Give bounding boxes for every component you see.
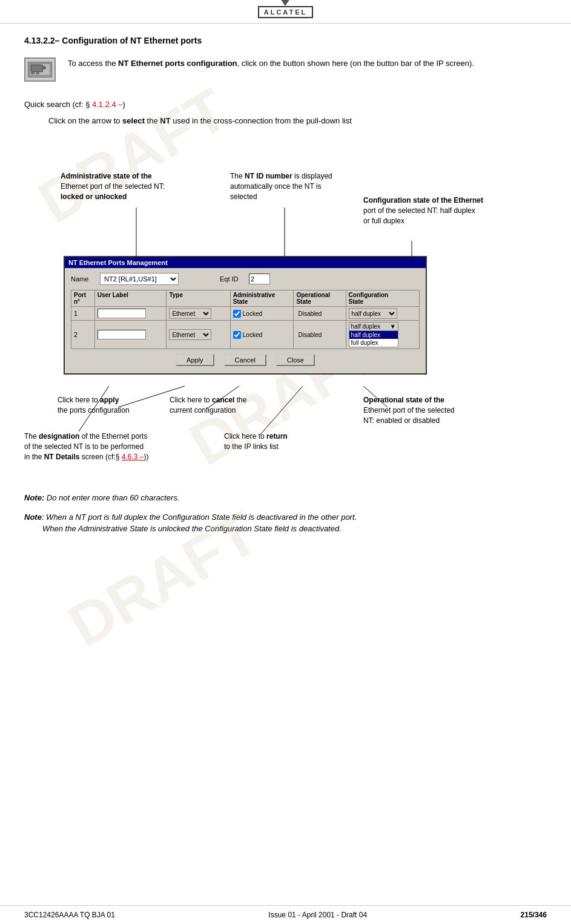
- annot-nt-id-body: automatically once the NT is: [230, 182, 351, 192]
- admin-checkbox-1[interactable]: [233, 310, 241, 318]
- annot-config-value: or full duplex: [363, 216, 484, 226]
- port-1: 1: [71, 307, 95, 321]
- footer-center: Issue 01 - April 2001 - Draft 04: [268, 911, 367, 919]
- annot-admin-title: Administrative state of the: [61, 172, 152, 180]
- section-title: 4.13.2.2– Configuration of NT Ethernet p…: [24, 36, 547, 45]
- note2-text2: When the Administrative State is unlocke…: [42, 524, 342, 533]
- nt-icon-inner: [28, 62, 52, 77]
- dropdown-option-half[interactable]: half duplex: [349, 331, 398, 339]
- alcatel-logo: ALCATEL: [258, 6, 314, 18]
- dialog-name-row: Name NT2 [RL#1,US#1] Eqt ID: [71, 273, 420, 285]
- th-port: Portn°: [71, 290, 95, 307]
- note1-text: Do not enter more than 60 characters.: [47, 493, 180, 502]
- annot-admin-value: locked or unlocked: [61, 192, 127, 201]
- admin-state-1: Locked: [230, 307, 294, 321]
- notes-section: Note: Do not enter more than 60 characte…: [24, 492, 547, 535]
- user-label-input-2[interactable]: [97, 330, 146, 339]
- logo-text: ALCATEL: [264, 8, 308, 16]
- intro-text: To access the NT Ethernet ports configur…: [68, 57, 547, 70]
- annot-admin-body: Ethernet port of the selected NT:: [61, 182, 182, 192]
- logo-triangle-icon: [280, 0, 290, 6]
- user-label-1: [94, 307, 167, 321]
- annot-nt-id-selected: selected: [230, 192, 351, 202]
- user-label-2: [94, 321, 167, 349]
- intro-row: To access the NT Ethernet ports configur…: [24, 57, 547, 82]
- type-select-2[interactable]: Ethernet: [169, 329, 211, 340]
- th-user-label: User Label: [94, 290, 167, 307]
- eqt-label: Eqt ID: [220, 275, 244, 283]
- annot-return-bold: return: [266, 432, 288, 441]
- annot-admin-state: Administrative state of the Ethernet por…: [61, 171, 182, 202]
- ports-table: Portn° User Label Type AdministrativeSta…: [71, 290, 420, 349]
- annot-cancel-body: current configuration: [170, 405, 279, 416]
- annot-apply: Click here to apply the ports configurat…: [58, 395, 167, 416]
- annot-return: Click here to return to the IP links lis…: [224, 431, 321, 452]
- annot-return-body: to the IP links list: [224, 442, 321, 452]
- annot-op-state: Operational state of the Ethernet port o…: [363, 395, 484, 425]
- type-1: Ethernet: [167, 307, 230, 321]
- dialog-title: NT Ethernet Ports Management: [68, 259, 168, 266]
- config-select-1[interactable]: half duplex full duplex: [349, 308, 397, 319]
- type-select-1[interactable]: Ethernet: [169, 308, 211, 319]
- config-dropdown-current: half duplex: [351, 323, 380, 330]
- note2-prefix: Note: [24, 513, 42, 522]
- logo-box: ALCATEL: [258, 6, 314, 18]
- type-2: Ethernet: [167, 321, 230, 349]
- op-state-text-2: Disabled: [296, 331, 323, 339]
- name-select[interactable]: NT2 [RL#1,US#1]: [100, 273, 179, 285]
- dialog-titlebar: NT Ethernet Ports Management: [65, 257, 426, 268]
- quick-search-label: Quick search (cf: §: [24, 100, 92, 109]
- page-content: 4.13.2.2– Configuration of NT Ethernet p…: [0, 24, 571, 554]
- admin-state-cell-1: Locked: [233, 310, 291, 318]
- config-state-1: half duplex full duplex: [346, 307, 419, 321]
- annot-desig-body2: in the NT Details screen (cf:§ 4.6.3 –)): [24, 452, 170, 462]
- config-state-2: half duplex ▼ half duplex full duplex: [346, 321, 419, 349]
- port-2: 2: [71, 321, 95, 349]
- table-row: 1 Ethernet Loc: [71, 307, 420, 321]
- dropdown-arrow-icon[interactable]: ▼: [390, 323, 396, 330]
- cancel-button[interactable]: Cancel: [224, 354, 266, 366]
- annot-op-title: Operational state of the: [363, 396, 444, 404]
- svg-rect-3: [31, 72, 35, 74]
- annot-config-title: Configuration state of the Ethernet: [363, 196, 483, 205]
- note-1: Note: Do not enter more than 60 characte…: [24, 492, 547, 504]
- note1-prefix: Note:: [24, 493, 47, 502]
- admin-state-2: Locked: [230, 321, 294, 349]
- op-state-text-1: Disabled: [296, 310, 323, 318]
- th-admin-state: AdministrativeState: [230, 290, 294, 307]
- annot-apply-bold: apply: [100, 396, 119, 404]
- annot-nt-id: The NT ID number is displayed automatica…: [230, 171, 351, 202]
- page-header: ALCATEL: [0, 0, 571, 24]
- arrow-instruction-text: Click on the arrow to select the NT used…: [48, 116, 352, 125]
- annot-config-state: Configuration state of the Ethernet port…: [363, 195, 484, 226]
- annot-desig-bold: designation: [39, 432, 79, 441]
- eqt-id-input[interactable]: [249, 274, 270, 284]
- annot-config-body: port of the selected NT: half duplex: [363, 206, 484, 216]
- dropdown-option-full[interactable]: full duplex: [349, 339, 398, 347]
- dialog-body: Name NT2 [RL#1,US#1] Eqt ID Portn° User …: [65, 268, 426, 373]
- admin-state-text-1: Locked: [243, 310, 262, 317]
- nt-ethernet-icon: [24, 57, 56, 82]
- svg-rect-1: [31, 65, 41, 71]
- annot-designation: The designation of the Ethernet ports of…: [24, 431, 170, 462]
- annot-op-value: NT: enabled or disabled: [363, 416, 484, 426]
- quick-search-link[interactable]: 4.1.2.4 –: [92, 100, 123, 109]
- annot-cancel: Click here to cancel the current configu…: [170, 395, 279, 416]
- annot-op-body: Ethernet port of the selected: [363, 405, 484, 416]
- nt-ethernet-dialog: NT Ethernet Ports Management Name NT2 [R…: [58, 256, 433, 375]
- op-state-2: Disabled: [294, 321, 346, 349]
- close-button[interactable]: Close: [276, 354, 315, 366]
- dialog-window: NT Ethernet Ports Management Name NT2 [R…: [64, 256, 427, 375]
- config-dropdown-header: half duplex ▼: [349, 323, 398, 331]
- user-label-input-1[interactable]: [97, 309, 146, 318]
- svg-point-2: [42, 66, 46, 70]
- admin-state-cell-2: Locked: [233, 331, 291, 339]
- intro-text-after: , click on the button shown here (on the…: [237, 59, 474, 68]
- apply-button[interactable]: Apply: [176, 354, 214, 366]
- desig-link[interactable]: 4.6.3 –: [122, 453, 144, 461]
- diagram-container: Administrative state of the Ethernet por…: [24, 135, 551, 474]
- admin-checkbox-2[interactable]: [233, 331, 241, 339]
- annot-desig-close: ): [144, 453, 146, 461]
- intro-bold: NT Ethernet ports configuration: [118, 59, 237, 68]
- th-config-state: ConfigurationState: [346, 290, 419, 307]
